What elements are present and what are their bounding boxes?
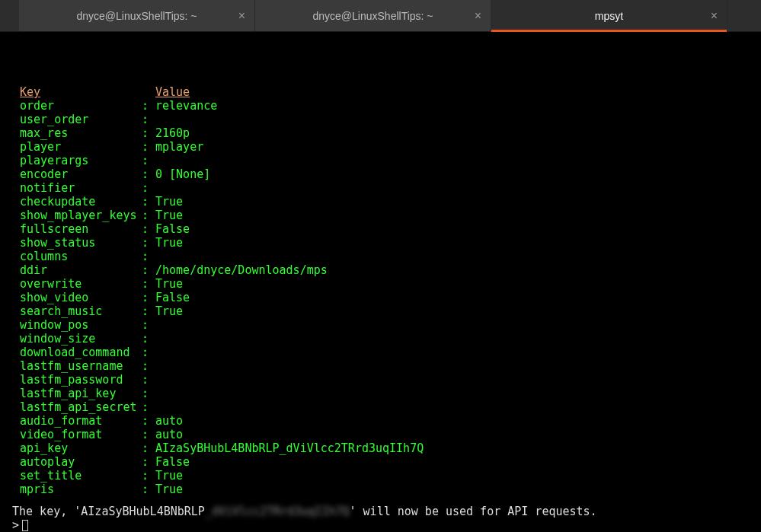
setting-value: True: [155, 236, 183, 250]
setting-row: encoder:0 [None]: [20, 167, 741, 181]
setting-row: notifier:: [20, 181, 741, 195]
prompt[interactable]: >: [12, 518, 28, 532]
colon: :: [142, 414, 155, 428]
setting-key: window_pos: [20, 318, 142, 332]
colon: :: [142, 318, 155, 332]
tab-shell-2[interactable]: dnyce@LinuxShellTips: ~ ×: [255, 0, 491, 31]
setting-row: api_key:AIzaSyBHubL4BNbRLP_dViVlcc2TRrd3…: [20, 441, 741, 455]
setting-key: order: [20, 99, 142, 113]
setting-row: overwrite:True: [20, 277, 741, 291]
setting-key: audio_format: [20, 414, 142, 428]
setting-row: download_command:: [20, 346, 741, 359]
close-icon[interactable]: ×: [238, 9, 245, 23]
setting-value: True: [155, 304, 183, 318]
colon: :: [142, 428, 155, 441]
setting-row: max_res:2160p: [20, 126, 741, 140]
api-key-visible: AIzaSyBHubL4BNbRLP: [81, 505, 205, 518]
setting-key: video_format: [20, 428, 142, 441]
setting-row: audio_format:auto: [20, 414, 741, 428]
colon: :: [142, 346, 155, 359]
setting-row: lastfm_password:: [20, 373, 741, 387]
tab-label: dnyce@LinuxShellTips: ~: [76, 10, 197, 22]
setting-key: show_status: [20, 236, 142, 250]
colon: :: [142, 195, 155, 209]
status-prefix: The key, ': [12, 505, 81, 518]
setting-row: video_format:auto: [20, 428, 741, 441]
setting-row: lastfm_username:: [20, 359, 741, 373]
setting-row: mpris:True: [20, 483, 741, 496]
tab-bar: dnyce@LinuxShellTips: ~ × dnyce@LinuxShe…: [0, 0, 761, 32]
setting-value: False: [155, 455, 190, 469]
tab-label: mpsyt: [595, 10, 623, 22]
colon: :: [142, 373, 155, 387]
setting-row: window_size:: [20, 332, 741, 346]
colon: :: [142, 250, 155, 263]
tab-shell-1[interactable]: dnyce@LinuxShellTips: ~ ×: [19, 0, 255, 31]
tab-mpsyt[interactable]: mpsyt ×: [491, 0, 727, 31]
setting-key: encoder: [20, 167, 142, 181]
setting-key: show_video: [20, 291, 142, 304]
colon: :: [142, 154, 155, 167]
setting-value: relevance: [155, 99, 217, 113]
setting-row: autoplay:False: [20, 455, 741, 469]
prompt-symbol: >: [12, 518, 19, 532]
colon: :: [142, 441, 155, 455]
colon: :: [142, 263, 155, 277]
setting-row: show_status:True: [20, 236, 741, 250]
terminal[interactable]: Key Value order:relevanceuser_order:max_…: [0, 32, 761, 532]
colon: :: [142, 99, 155, 113]
setting-key: fullscreen: [20, 222, 142, 236]
setting-row: lastfm_api_key:: [20, 387, 741, 400]
setting-value: /home/dnyce/Downloads/mps: [155, 263, 328, 277]
tab-spacer: [0, 0, 19, 31]
tab-label: dnyce@LinuxShellTips: ~: [312, 10, 433, 22]
colon: :: [142, 277, 155, 291]
setting-value: mplayer: [155, 140, 203, 154]
setting-key: autoplay: [20, 455, 142, 469]
setting-row: show_mplayer_keys:True: [20, 209, 741, 222]
colon: :: [142, 304, 155, 318]
setting-row: order:relevance: [20, 99, 741, 113]
status-suffix: ' will now be used for API requests.: [350, 505, 597, 518]
setting-value: True: [155, 469, 183, 483]
setting-key: player: [20, 140, 142, 154]
setting-row: user_order:: [20, 113, 741, 126]
colon: :: [142, 209, 155, 222]
status-message: The key, 'AIzaSyBHubL4BNbRLP_dViVlcc2TRr…: [12, 505, 597, 518]
colon: :: [142, 113, 155, 126]
colon: :: [142, 455, 155, 469]
setting-value: True: [155, 195, 183, 209]
setting-value: auto: [155, 428, 183, 441]
setting-key: set_title: [20, 469, 142, 483]
setting-value: True: [155, 209, 183, 222]
setting-row: checkupdate:True: [20, 195, 741, 209]
setting-key: user_order: [20, 113, 142, 126]
setting-key: download_command: [20, 346, 142, 359]
close-icon[interactable]: ×: [475, 9, 481, 23]
setting-key: columns: [20, 250, 142, 263]
close-icon[interactable]: ×: [711, 9, 718, 23]
setting-value: False: [155, 291, 190, 304]
header-key: Key: [20, 85, 155, 99]
colon: :: [142, 469, 155, 483]
setting-key: checkupdate: [20, 195, 142, 209]
setting-key: lastfm_password: [20, 373, 142, 387]
setting-value: AIzaSyBHubL4BNbRLP_dViVlcc2TRrd3uqIIh7Q: [155, 441, 424, 455]
setting-value: True: [155, 277, 183, 291]
setting-value: False: [155, 222, 190, 236]
setting-key: notifier: [20, 181, 142, 195]
setting-key: lastfm_api_key: [20, 387, 142, 400]
colon: :: [142, 291, 155, 304]
setting-key: lastfm_api_secret: [20, 400, 142, 414]
setting-key: lastfm_username: [20, 359, 142, 373]
setting-row: columns:: [20, 250, 741, 263]
settings-list: order:relevanceuser_order:max_res:2160pp…: [0, 99, 761, 496]
setting-row: show_video:False: [20, 291, 741, 304]
cursor: [22, 520, 28, 531]
setting-row: player:mplayer: [20, 140, 741, 154]
setting-row: ddir:/home/dnyce/Downloads/mps: [20, 263, 741, 277]
setting-row: search_music:True: [20, 304, 741, 318]
setting-key: max_res: [20, 126, 142, 140]
setting-key: playerargs: [20, 154, 142, 167]
setting-value: 2160p: [155, 126, 190, 140]
